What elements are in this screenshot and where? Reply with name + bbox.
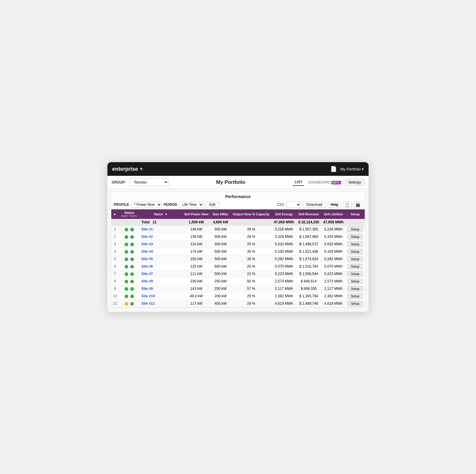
- sell-energy-cell: 5,226 MWh: [272, 226, 296, 233]
- totals-row: Total 11 1,509 kW 4,600 kW 47,958 MWh $ …: [111, 219, 365, 226]
- row-number: 11: [111, 300, 119, 307]
- site-name-link[interactable]: Site #4: [139, 248, 182, 255]
- setup-button[interactable]: Setup: [348, 227, 363, 232]
- sell-lifetime-cell: 4,619 MWh: [321, 300, 346, 307]
- setup-button[interactable]: Setup: [348, 286, 363, 291]
- sell-lifetime-cell: 5,032 MWh: [321, 241, 346, 248]
- sell-power-now-cell: 125 kW: [182, 263, 211, 270]
- download-button[interactable]: Download: [303, 202, 326, 208]
- portfolio-menu[interactable]: My Portfolio ▾: [340, 167, 364, 171]
- csv-select[interactable]: [286, 201, 301, 208]
- setup-cell[interactable]: Setup: [346, 300, 365, 307]
- setup-cell[interactable]: Setup: [346, 241, 365, 248]
- period-label: PERIOD: [164, 203, 177, 207]
- site-name-link[interactable]: Site #3: [139, 241, 182, 248]
- logo-text: enterprise: [112, 166, 138, 172]
- table-row: 6 Site #6 125 kW 500 kW 25 % 5,070 MWh $…: [111, 263, 365, 270]
- comm-dot: [130, 295, 134, 298]
- site-name-link[interactable]: Site #7: [139, 270, 182, 278]
- site-name-link[interactable]: Site #11: [139, 300, 182, 307]
- period-select[interactable]: Life Time: [179, 201, 204, 208]
- size-kwac-cell: 250 kW: [211, 278, 231, 285]
- site-name-link[interactable]: Site #10: [139, 293, 182, 300]
- expand-col[interactable]: ►: [111, 209, 119, 219]
- sell-lifetime-cell: 5,105 MWh: [321, 248, 346, 255]
- site-name-link[interactable]: Site #1: [139, 226, 182, 233]
- setup-button[interactable]: Setup: [348, 249, 363, 254]
- setup-button[interactable]: Setup: [348, 256, 363, 262]
- alarm-dot: [125, 235, 128, 239]
- size-kwac-cell: 500 kW: [211, 255, 231, 263]
- setup-button[interactable]: Setup: [348, 264, 363, 269]
- size-kwac-cell: 500 kW: [211, 226, 231, 233]
- size-kwac-cell: 500 kW: [211, 241, 231, 248]
- profile-select[interactable]: * Power Now: [131, 201, 162, 208]
- setup-button[interactable]: Setup: [348, 293, 363, 299]
- sell-energy-cell: 2,573 MWh: [272, 278, 296, 285]
- setup-cell[interactable]: Setup: [346, 293, 365, 300]
- status-cell: [119, 255, 139, 263]
- sell-energy-cell: 2,117 MWh: [272, 285, 296, 293]
- size-kwac-cell: 500 kW: [211, 263, 231, 270]
- status-cell: [119, 285, 139, 293]
- list-button[interactable]: LIST: [293, 179, 304, 186]
- sell-revenue-cell: $ 1,283,784: [296, 293, 321, 300]
- setup-button[interactable]: Setup: [348, 271, 363, 276]
- site-name-link[interactable]: Site #6: [139, 263, 182, 270]
- nav-bar: GROUP: Toronto My Portfolio LIST DASHBOA…: [107, 176, 369, 189]
- row-number: 3: [111, 241, 119, 248]
- setup-cell[interactable]: Setup: [346, 270, 365, 278]
- setup-button[interactable]: Setup: [348, 234, 363, 239]
- setup-cell[interactable]: Setup: [346, 285, 365, 293]
- setup-cell[interactable]: Setup: [346, 248, 365, 255]
- data-table: ► Status Alarm Comm. Name: [111, 209, 365, 307]
- sell-lifetime-cell: 5,226 MWh: [321, 226, 346, 233]
- output-now-cell: 92 %: [231, 278, 272, 285]
- table-row: 4 Site #4 174 kW 500 kW 35 % 5,105 MWh $…: [111, 248, 365, 255]
- setup-cell[interactable]: Setup: [346, 226, 365, 233]
- comm-dot: [130, 257, 134, 261]
- setup-cell[interactable]: Setup: [346, 233, 365, 241]
- setup-cell[interactable]: Setup: [346, 255, 365, 263]
- sell-energy-cell: 5,032 MWh: [272, 241, 296, 248]
- settings-button[interactable]: Settings: [345, 179, 364, 186]
- table-row: 7 Site #7 111 kW 500 kW 22 % 5,223 MWh $…: [111, 270, 365, 278]
- sell-power-now-cell: 49.0 kW: [182, 293, 211, 300]
- setup-cell[interactable]: Setup: [346, 278, 365, 285]
- table-row: 1 Site #1 146 kW 500 kW 29 % 5,226 MWh $…: [111, 226, 365, 233]
- dashboard-button[interactable]: DASHBOARDBETA: [307, 179, 343, 186]
- sell-energy-header: Sell Energy: [272, 209, 296, 219]
- alarm-dot: [125, 295, 128, 298]
- setup-button[interactable]: Setup: [348, 279, 363, 284]
- output-now-cell: 57 %: [231, 285, 272, 293]
- name-header[interactable]: Name ▼: [139, 209, 182, 219]
- output-now-cell: 30 %: [231, 255, 272, 263]
- site-name-link[interactable]: Site #2: [139, 233, 182, 241]
- group-select[interactable]: Toronto: [130, 178, 169, 186]
- csv-label: CSV: [277, 203, 284, 207]
- sell-lifetime-cell: 5,070 MWh: [321, 263, 346, 270]
- setup-button[interactable]: Setup: [348, 241, 363, 247]
- site-name-link[interactable]: Site #5: [139, 255, 182, 263]
- edit-button[interactable]: Edit: [205, 202, 219, 208]
- output-now-cell: 22 %: [231, 270, 272, 278]
- help-button[interactable]: Help: [328, 202, 341, 208]
- video-icon-button[interactable]: 🎬: [353, 202, 362, 208]
- setup-cell[interactable]: Setup: [346, 263, 365, 270]
- size-kwac-cell: 500 kW: [211, 270, 231, 278]
- beta-badge: BETA: [331, 181, 341, 184]
- table-row: 3 Site #3 124 kW 500 kW 25 % 5,032 MWh $…: [111, 241, 365, 248]
- sell-revenue-cell: $ 1,499,572: [296, 241, 321, 248]
- table-row: 5 Site #5 150 kW 500 kW 30 % 5,282 MWh $…: [111, 255, 365, 263]
- sell-power-now-cell: 139 kW: [182, 233, 211, 241]
- status-cell: [119, 270, 139, 278]
- output-now-cell: 35 %: [231, 248, 272, 255]
- sell-lifetime-cell: 5,329 MWh: [321, 233, 346, 241]
- copy-icon-button[interactable]: 📋: [343, 202, 352, 208]
- sell-power-now-cell: 124 kW: [182, 241, 211, 248]
- setup-button[interactable]: Setup: [348, 301, 363, 306]
- output-now-cell: 25 %: [231, 263, 272, 270]
- site-name-link[interactable]: Site #9: [139, 285, 182, 293]
- site-name-link[interactable]: Site #8: [139, 278, 182, 285]
- sell-revenue-cell: $ 1,510,764: [296, 263, 321, 270]
